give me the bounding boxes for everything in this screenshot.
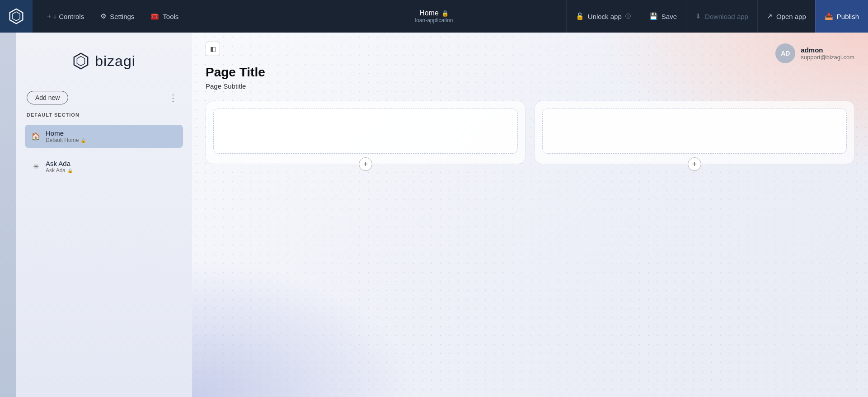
sidebar-item-home[interactable]: 🏠 Home Default Home 🔒 xyxy=(25,125,183,148)
tools-label: Tools xyxy=(163,13,178,20)
collapse-icon: ◧ xyxy=(210,45,216,52)
plus-icon-w2: + xyxy=(692,160,697,169)
collapse-panel-button[interactable]: ◧ xyxy=(206,42,220,56)
sidebar-item-askada[interactable]: ✳ Ask Ada Ask Ada 🔒 xyxy=(25,155,183,178)
publish-button[interactable]: 📤 Publish xyxy=(815,0,868,33)
download-app-button[interactable]: ⬇ Download app xyxy=(686,0,757,33)
publish-icon: 📤 xyxy=(825,12,833,20)
download-label: Download app xyxy=(705,13,748,20)
home-icon: 🏠 xyxy=(31,132,40,141)
nav-center: Home 🔒 loan-application xyxy=(415,9,453,24)
download-icon: ⬇ xyxy=(695,12,701,20)
lock-icon-small-ada: 🔒 xyxy=(67,168,73,173)
widgets-row: + + xyxy=(206,101,854,164)
user-info: AD admon support@bizagi.com xyxy=(775,43,854,63)
widget-2-add-button[interactable]: + xyxy=(688,157,701,171)
tools-icon: 🧰 xyxy=(150,12,159,20)
top-nav: + + Controls ⚙ Settings 🧰 Tools Home 🔒 l… xyxy=(0,0,868,33)
lock-icon: 🔒 xyxy=(441,10,449,17)
open-app-button[interactable]: ↗ Open app xyxy=(757,0,815,33)
canvas-content: ◧ Page Title Page Subtitle + + xyxy=(192,33,868,173)
controls-label: + Controls xyxy=(53,13,84,20)
sidebar-menu-button[interactable]: ⋮ xyxy=(165,90,181,105)
user-name: admon xyxy=(801,46,854,54)
sidebar-item-askada-name: Ask Ada xyxy=(46,160,73,167)
logo-icon xyxy=(8,8,24,24)
widget-2-inner xyxy=(542,109,847,154)
canvas-page-title: Page Title xyxy=(206,65,854,80)
save-button[interactable]: 💾 Save xyxy=(640,0,686,33)
sidebar-logo: bizagi xyxy=(25,43,183,83)
lock-icon-small: 🔒 xyxy=(80,138,86,143)
canvas-area: AD admon support@bizagi.com ◧ Page Title… xyxy=(192,33,868,397)
settings-label: Settings xyxy=(110,13,134,20)
nav-page-title: Home xyxy=(419,9,439,17)
save-icon: 💾 xyxy=(649,12,658,20)
user-email: support@bizagi.com xyxy=(801,54,854,61)
open-label: Open app xyxy=(776,13,806,20)
tools-button[interactable]: 🧰 Tools xyxy=(143,9,186,24)
unlock-icon: 🔓 xyxy=(576,12,584,20)
settings-button[interactable]: ⚙ Settings xyxy=(93,9,141,24)
widget-2: + xyxy=(535,101,854,164)
sidebar-logo-icon xyxy=(72,52,89,70)
widget-1-add-button[interactable]: + xyxy=(359,157,372,171)
asterisk-icon: ✳ xyxy=(31,162,40,171)
info-icon: ⓘ xyxy=(625,13,631,20)
page-title-nav: Home 🔒 xyxy=(419,9,449,17)
sidebar-item-askada-content: Ask Ada Ask Ada 🔒 xyxy=(46,160,73,174)
external-link-icon: ↗ xyxy=(767,12,773,20)
unlock-label: Unlock app xyxy=(588,13,622,20)
main-area: bizagi Add new ⋮ DEFAULT SECTION 🏠 Home … xyxy=(0,33,868,397)
svg-marker-2 xyxy=(74,53,88,69)
app-logo[interactable] xyxy=(0,0,33,33)
left-panel xyxy=(0,33,16,397)
nav-page-subtitle: loan-application xyxy=(415,17,453,24)
save-label: Save xyxy=(662,13,677,20)
svg-marker-3 xyxy=(77,57,85,66)
gear-icon: ⚙ xyxy=(100,12,106,20)
plus-icon-w1: + xyxy=(363,160,368,169)
sidebar-item-home-sub: Default Home 🔒 xyxy=(46,137,86,143)
canvas-page-subtitle: Page Subtitle xyxy=(206,82,854,90)
svg-marker-1 xyxy=(13,12,20,21)
widget-1: + xyxy=(206,101,525,164)
controls-button[interactable]: + + Controls xyxy=(40,9,91,24)
add-new-button[interactable]: Add new xyxy=(27,91,68,104)
user-avatar: AD xyxy=(775,43,795,63)
sidebar-item-askada-sub: Ask Ada 🔒 xyxy=(46,167,73,174)
unlock-app-button[interactable]: 🔓 Unlock app ⓘ xyxy=(566,0,640,33)
sidebar-add-row: Add new ⋮ xyxy=(25,90,183,105)
sidebar-item-home-content: Home Default Home 🔒 xyxy=(46,129,86,143)
widget-1-inner xyxy=(213,109,518,154)
nav-right: 🔓 Unlock app ⓘ 💾 Save ⬇ Download app ↗ O… xyxy=(566,0,868,33)
svg-marker-0 xyxy=(10,9,23,24)
sidebar-item-home-name: Home xyxy=(46,129,86,137)
section-label: DEFAULT SECTION xyxy=(25,112,183,118)
nav-items: + + Controls ⚙ Settings 🧰 Tools xyxy=(33,9,566,24)
sidebar: bizagi Add new ⋮ DEFAULT SECTION 🏠 Home … xyxy=(16,33,192,397)
publish-label: Publish xyxy=(837,13,859,20)
sidebar-logo-text: bizagi xyxy=(95,53,136,70)
user-details: admon support@bizagi.com xyxy=(801,46,854,61)
plus-icon: + xyxy=(47,12,51,20)
